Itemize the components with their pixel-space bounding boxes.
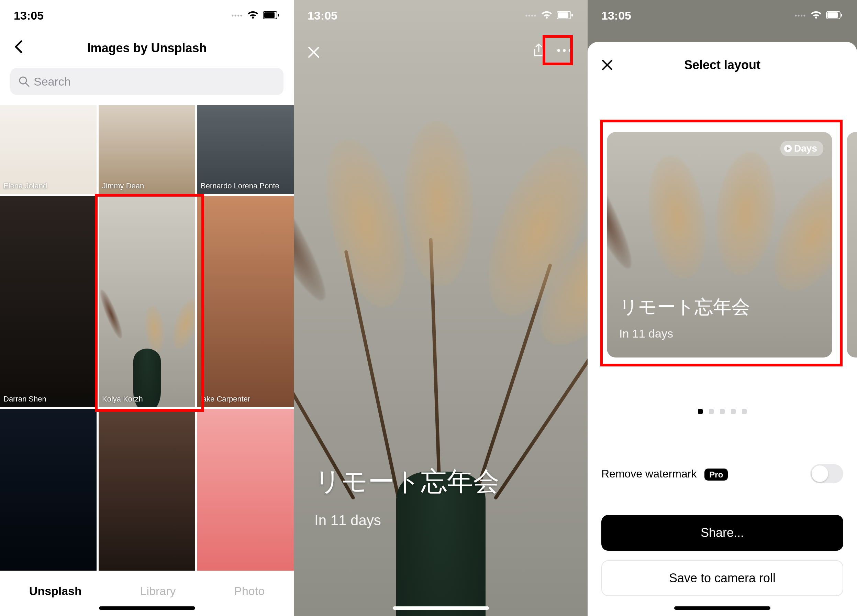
search-icon — [19, 76, 29, 87]
image-credit: lake Carpenter — [201, 395, 250, 404]
tab-unsplash[interactable]: Unsplash — [29, 584, 82, 598]
image-credit: Elena Joland — [3, 181, 47, 190]
search-input[interactable]: Search — [10, 68, 283, 95]
grid-cell[interactable] — [99, 409, 195, 571]
wifi-icon — [541, 11, 552, 20]
wifi-icon — [810, 11, 822, 20]
page-title: Images by Unsplash — [87, 41, 207, 55]
event-title: リモート忘年会 — [314, 464, 499, 500]
share-button[interactable]: Share... — [601, 515, 843, 551]
status-icons: •••• — [232, 11, 280, 20]
battery-icon — [557, 11, 574, 20]
grid-cell[interactable] — [197, 409, 294, 571]
page-indicator — [588, 409, 857, 414]
grid-cell[interactable]: Bernardo Lorena Ponte — [197, 105, 294, 194]
status-time: 13:05 — [601, 9, 631, 22]
svg-rect-9 — [828, 12, 838, 18]
image-grid: Elena Joland Jimmy Dean Bernardo Lorena … — [0, 105, 294, 571]
screen-unsplash-browser: 13:05 •••• Images by Unsplash Search Ele… — [0, 0, 294, 616]
card-title: リモート忘年会 — [619, 295, 750, 320]
screen-select-layout: 13:05 •••• Select layout Days リモート忘年会 — [588, 0, 857, 616]
card-badge: Days — [780, 141, 823, 156]
grid-cell-selected[interactable]: Kolya Korzh — [99, 196, 195, 407]
wifi-icon — [247, 11, 259, 20]
page-dot[interactable] — [709, 409, 714, 414]
battery-icon — [263, 11, 280, 20]
tab-library[interactable]: Library — [140, 584, 176, 598]
svg-line-4 — [26, 83, 29, 86]
status-time: 13:05 — [14, 9, 43, 22]
search-placeholder: Search — [34, 75, 71, 88]
screen-countdown-preview: 13:05 •••• ••• リモート忘年会 In 11 days — [294, 0, 588, 616]
play-badge-icon — [784, 144, 792, 153]
svg-rect-10 — [841, 14, 842, 17]
svg-rect-1 — [264, 12, 275, 18]
close-button[interactable] — [308, 45, 320, 62]
status-bar: 13:05 •••• — [0, 0, 294, 31]
status-bar: 13:05 •••• — [294, 0, 588, 31]
sheet-title: Select layout — [588, 58, 857, 72]
watermark-toggle[interactable] — [810, 464, 843, 483]
cellular-dots-icon: •••• — [795, 12, 806, 19]
cellular-dots-icon: •••• — [232, 12, 243, 19]
watermark-label: Remove watermark Pro — [601, 467, 728, 480]
layout-card[interactable]: Days リモート忘年会 In 11 days — [607, 132, 832, 358]
save-button[interactable]: Save to camera roll — [601, 560, 843, 596]
card-image — [607, 132, 832, 358]
page-dot[interactable] — [698, 409, 703, 414]
image-credit: Darran Shen — [3, 395, 46, 404]
svg-rect-7 — [571, 14, 573, 17]
status-time: 13:05 — [308, 9, 337, 22]
image-credit: Kolya Korzh — [102, 395, 143, 404]
page-dot[interactable] — [742, 409, 747, 414]
share-icon — [532, 43, 546, 58]
bottom-tabs: Unsplash Library Photo — [0, 572, 294, 610]
home-indicator[interactable] — [393, 607, 489, 610]
tab-photo[interactable]: Photo — [234, 584, 265, 598]
battery-icon — [826, 11, 843, 20]
layout-card-peek[interactable] — [847, 132, 857, 358]
cellular-dots-icon: •••• — [525, 12, 537, 19]
more-button[interactable]: ••• — [557, 45, 574, 56]
card-subtitle: In 11 days — [619, 327, 673, 341]
browser-header: Images by Unsplash — [0, 31, 294, 65]
watermark-text: Remove watermark — [601, 467, 696, 480]
home-indicator[interactable] — [99, 607, 195, 610]
event-countdown: In 11 days — [314, 512, 381, 529]
image-credit: Jimmy Dean — [102, 181, 144, 190]
grid-cell[interactable]: Darran Shen — [0, 196, 97, 407]
pro-badge: Pro — [704, 469, 728, 481]
back-button[interactable] — [14, 40, 23, 57]
watermark-row: Remove watermark Pro — [601, 464, 843, 483]
svg-rect-6 — [558, 12, 568, 18]
grid-cell[interactable]: Jimmy Dean — [99, 105, 195, 194]
grid-cell[interactable] — [0, 409, 97, 571]
status-icons: •••• — [525, 11, 574, 20]
status-icons: •••• — [795, 11, 843, 20]
grid-cell[interactable]: lake Carpenter — [197, 196, 294, 407]
image-credit: Bernardo Lorena Ponte — [201, 181, 279, 190]
home-indicator[interactable] — [674, 607, 770, 610]
svg-rect-2 — [278, 14, 279, 17]
layout-card-container: Days リモート忘年会 In 11 days — [600, 120, 843, 367]
status-bar: 13:05 •••• — [588, 0, 857, 31]
grid-cell[interactable]: Elena Joland — [0, 105, 97, 194]
page-dot[interactable] — [731, 409, 736, 414]
share-button[interactable] — [531, 42, 547, 59]
pampas-thumbnail — [99, 196, 195, 407]
page-dot[interactable] — [720, 409, 725, 414]
card-badge-label: Days — [794, 143, 817, 154]
